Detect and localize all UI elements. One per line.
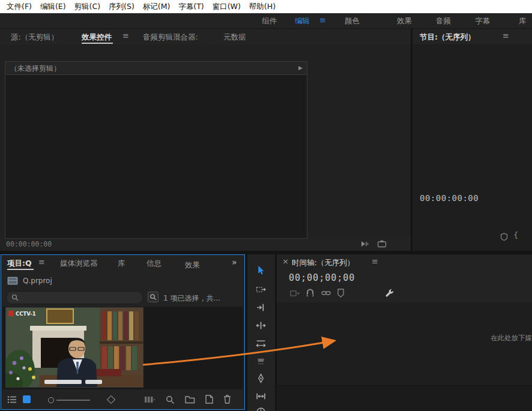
timeline-panel: × 时间轴:（无序列） ≡ 00;00;00;00 在此处放下媒体以 [277,254,532,411]
timeline-drop-zone[interactable]: 在此处放下媒体以 [277,302,532,411]
panel-menu-icon[interactable]: ≡ [122,32,129,40]
menu-item-sequence[interactable]: 序列(S) [104,2,139,12]
snap-magnet-icon[interactable] [306,289,315,298]
tab-project[interactable]: 项目:Q [7,259,32,269]
workspace-tab-assembly[interactable]: 组件 [262,16,277,26]
channel-watermark: CCTV-1 [16,311,36,317]
tab-effects-clipped[interactable]: 效果 [185,259,203,271]
slip-tool-icon[interactable] [256,391,266,401]
search-input[interactable] [21,292,141,303]
effect-controls-panel: 源:（无剪辑） 效果控件 ≡ 音频剪辑混合器: 元数据 （未选择剪辑） ▶ 00… [0,29,411,251]
project-file-name[interactable]: Q.prproj [23,277,52,285]
rate-stretch-tool-icon[interactable] [256,338,266,349]
workspace-tab-editing[interactable]: 编辑 [295,16,310,26]
add-marker-icon[interactable] [337,289,345,298]
search-scope-icon[interactable] [148,292,159,302]
tab-effects-label: 效果 [185,260,200,269]
tab-program-monitor[interactable]: 节目:（无序列） [420,32,476,43]
menu-item-window[interactable]: 窗口(W) [208,2,245,12]
selection-tool-icon[interactable] [256,265,266,275]
icon-view-icon[interactable] [23,395,31,403]
sort-icons-icon[interactable] [107,395,115,404]
lift-icon[interactable]: { [513,230,518,239]
tab-media-browser[interactable]: 媒体浏览器 [60,259,98,269]
panel-menu-icon[interactable]: ≡ [503,32,509,40]
project-file-icon [7,277,18,285]
new-item-icon[interactable] [205,395,213,404]
workspace-menu-icon[interactable]: ≡ [319,16,326,25]
tab-effect-controls[interactable]: 效果控件 [82,32,112,43]
tab-libraries[interactable]: 库 [118,259,125,269]
menu-item-clip[interactable]: 剪辑(C) [70,2,104,12]
new-bin-icon[interactable] [185,395,195,404]
safe-margins-icon[interactable] [500,233,508,241]
menu-item-help[interactable]: 帮助(H) [245,2,280,12]
menu-item-title[interactable]: 字幕(T) [174,2,208,12]
play-audio-icon[interactable] [360,240,370,248]
track-select-tool-icon[interactable] [256,284,266,295]
automate-to-sequence-icon[interactable] [144,395,155,404]
effect-controls-timecode: 00:00:00:00 [6,240,52,248]
project-thumbnail: CCTV-1 [6,308,143,387]
active-tab-underline [7,269,34,270]
list-view-icon[interactable] [7,395,17,404]
drop-media-message: 在此处放下媒体以 [491,334,532,343]
timeline-audio-area [277,386,532,411]
panel-menu-icon[interactable]: ≡ [372,257,378,265]
tab-audio-clip-mixer[interactable]: 音频剪辑混合器: [143,32,198,43]
program-timecode: 00:00:00:00 [420,193,479,203]
hand-tool-icon[interactable] [256,407,266,411]
razor-tool-icon[interactable] [256,356,266,367]
panel-overflow-icon[interactable]: » [232,257,237,267]
menu-item-marker[interactable]: 标记(M) [139,2,175,12]
selection-status: 1 项已选择，共... [163,293,241,304]
clip-thumbnail-tile[interactable]: CCTV-1 [6,308,143,387]
expand-icon[interactable]: ▶ [298,65,303,71]
export-frame-icon[interactable] [377,240,387,248]
project-panel: 项目:Q ≡ 媒体浏览器 库 信息 效果 » Q.prproj 1 项已选择，共… [1,254,245,410]
zoom-slider-handle[interactable] [48,397,54,403]
active-tab-underline [82,43,113,44]
nest-sequence-icon[interactable] [290,289,300,298]
search-icon [11,294,19,301]
menu-item-edit[interactable]: 编辑(E) [36,2,70,12]
workspace-bar: 组件 编辑 ≡ 颜色 效果 音频 字幕 库 [0,13,532,29]
tab-metadata[interactable]: 元数据 [223,32,246,43]
program-monitor-viewport [413,44,532,251]
timeline-timecode[interactable]: 00;00;00;00 [289,272,355,283]
rolling-edit-tool-icon[interactable] [256,320,266,331]
effect-controls-empty-box: （未选择剪辑） ▶ [5,61,307,239]
workspace-tab-color[interactable]: 颜色 [345,16,360,26]
menu-item-file[interactable]: 文件(F) [2,2,36,12]
workspace-tab-effects[interactable]: 效果 [397,16,412,26]
workspace-tab-titles[interactable]: 字幕 [475,16,490,26]
clear-trash-icon[interactable] [223,395,231,404]
effect-controls-empty-header: （未选择剪辑） ▶ [5,62,307,75]
tab-timeline[interactable]: 时间轴:（无序列） [292,258,354,268]
no-clip-selected-label: （未选择剪辑） [10,64,61,74]
timeline-settings-wrench-icon[interactable] [385,288,394,298]
panel-menu-icon[interactable]: ≡ [38,258,45,266]
zoom-slider-track[interactable] [56,400,90,401]
tab-info[interactable]: 信息 [147,259,162,269]
tab-source-monitor[interactable]: 源:（无剪辑） [11,32,58,43]
tools-panel [247,254,275,411]
close-panel-icon[interactable]: × [282,257,289,266]
workspace-tab-audio[interactable]: 音频 [436,16,451,26]
pen-tool-icon[interactable] [256,373,266,383]
search-box [6,291,143,304]
linked-selection-icon[interactable] [321,289,331,297]
program-monitor-panel: 节目:（无序列） ≡ 00:00:00:00 { [413,29,532,251]
workspace-tab-libraries[interactable]: 库 [519,16,527,26]
menu-bar: 文件(F) 编辑(E) 剪辑(C) 序列(S) 标记(M) 字幕(T) 窗口(W… [0,0,532,13]
ripple-edit-tool-icon[interactable] [256,302,266,313]
find-icon[interactable] [166,395,175,404]
